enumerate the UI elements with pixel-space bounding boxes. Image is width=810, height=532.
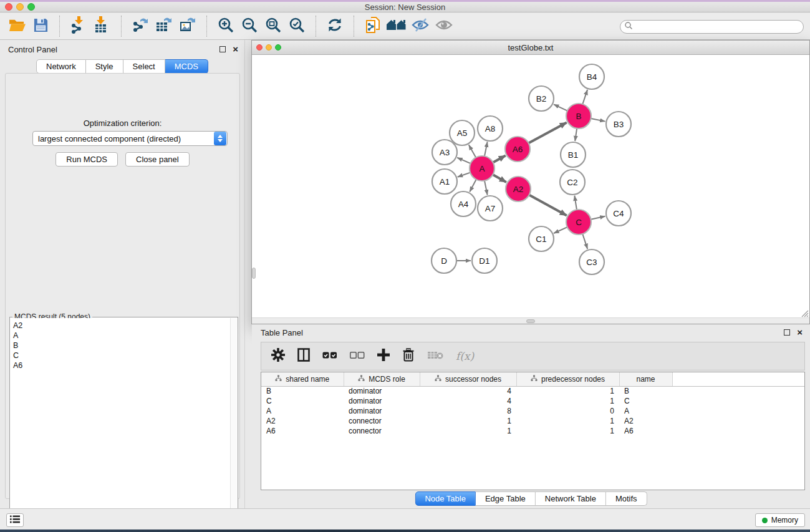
- table-row[interactable]: Bdominator41B: [261, 386, 804, 396]
- cell-mcds-role[interactable]: dominator: [344, 386, 420, 396]
- show-all-button[interactable]: [432, 16, 456, 37]
- cell-successor-nodes[interactable]: 4: [420, 386, 516, 396]
- cell-mcds-role[interactable]: dominator: [344, 396, 420, 406]
- column-header-MCDS-role[interactable]: MCDS role: [344, 372, 420, 386]
- graph-edge-B-B1[interactable]: [575, 128, 577, 141]
- zoom-in-button[interactable]: [214, 16, 238, 37]
- close-panel-button[interactable]: Close panel: [125, 152, 190, 167]
- graph-edge-B-B4[interactable]: [582, 90, 587, 104]
- graph-edge-A-A6[interactable]: [493, 156, 506, 163]
- tab-style[interactable]: Style: [86, 59, 123, 74]
- cell-shared-name[interactable]: B: [261, 386, 344, 396]
- table-row[interactable]: A6connector11A6: [261, 426, 804, 436]
- graph-node-A2[interactable]: A2: [506, 177, 531, 201]
- column-header-successor-nodes[interactable]: successor nodes: [420, 372, 516, 386]
- graph-edge-A-A7[interactable]: [485, 181, 488, 195]
- graph-edge-A-A1[interactable]: [458, 173, 470, 177]
- graph-edge-A-A3[interactable]: [457, 158, 470, 163]
- mcds-result-item[interactable]: B: [13, 341, 237, 351]
- graph-node-A5[interactable]: A5: [450, 120, 475, 145]
- graph-node-A[interactable]: A: [470, 156, 494, 181]
- graph-node-C2[interactable]: C2: [560, 170, 585, 195]
- function-builder-button[interactable]: f(x): [456, 350, 474, 362]
- cell-name[interactable]: A6: [619, 426, 672, 436]
- float-panel-icon[interactable]: [219, 46, 226, 52]
- graph-node-A6[interactable]: A6: [505, 137, 530, 162]
- mcds-result-item[interactable]: A6: [13, 360, 237, 370]
- table-tab-edge-table[interactable]: Edge Table: [476, 491, 536, 506]
- table-tab-motifs[interactable]: Motifs: [606, 491, 647, 506]
- network-canvas[interactable]: B4B2BB3A5A8A6A3B1AA1C2A2A4A7C4CC1C3DD1: [252, 55, 809, 318]
- column-header-predecessor-nodes[interactable]: predecessor nodes: [516, 372, 619, 386]
- export-image-button[interactable]: [176, 16, 200, 37]
- select-all-button[interactable]: [322, 351, 337, 362]
- graph-node-D[interactable]: D: [432, 248, 456, 273]
- graph-node-A7[interactable]: A7: [478, 196, 503, 221]
- close-table-panel-icon[interactable]: ×: [797, 327, 803, 338]
- cell-successor-nodes[interactable]: 1: [420, 426, 516, 436]
- table-options-button[interactable]: [271, 348, 285, 364]
- cell-predecessor-nodes[interactable]: 0: [516, 406, 619, 416]
- network-horizontal-thumb[interactable]: [526, 319, 535, 323]
- graph-node-B2[interactable]: B2: [529, 86, 554, 111]
- mcds-result-item[interactable]: A: [13, 331, 237, 341]
- open-session-button[interactable]: [5, 16, 29, 37]
- memory-button[interactable]: Memory: [755, 513, 805, 527]
- table-tab-node-table[interactable]: Node Table: [415, 491, 476, 506]
- graph-edge-A-A8[interactable]: [485, 142, 488, 157]
- cell-predecessor-nodes[interactable]: 1: [516, 386, 619, 396]
- cell-predecessor-nodes[interactable]: 1: [516, 426, 619, 436]
- graph-node-B[interactable]: B: [566, 104, 591, 128]
- mcds-result-item[interactable]: C: [13, 351, 237, 360]
- tab-mcds[interactable]: MCDS: [165, 59, 208, 74]
- graph-node-B1[interactable]: B1: [561, 142, 586, 167]
- cell-name[interactable]: A2: [619, 416, 672, 426]
- cell-shared-name[interactable]: A2: [261, 416, 344, 426]
- search-input[interactable]: [633, 21, 803, 32]
- save-session-button[interactable]: [29, 16, 52, 37]
- graph-edge-C-C1[interactable]: [554, 227, 567, 233]
- task-history-button[interactable]: [6, 513, 24, 527]
- cell-name[interactable]: A: [619, 406, 672, 416]
- cell-successor-nodes[interactable]: 1: [420, 416, 516, 426]
- column-header-shared-name[interactable]: shared name: [261, 372, 344, 386]
- graph-edge-B-B2[interactable]: [554, 104, 567, 110]
- graph-edge-A2-C[interactable]: [529, 195, 567, 216]
- cell-successor-nodes[interactable]: 8: [420, 406, 516, 416]
- table-tab-network-table[interactable]: Network Table: [536, 491, 606, 506]
- cell-mcds-role[interactable]: connector: [344, 426, 420, 436]
- close-panel-icon[interactable]: ×: [233, 44, 238, 55]
- add-row-button[interactable]: [377, 349, 390, 364]
- zoom-selected-button[interactable]: [285, 16, 309, 37]
- graph-edge-A6-B[interactable]: [529, 122, 567, 143]
- column-header-name[interactable]: name: [619, 372, 672, 386]
- cell-shared-name[interactable]: C: [261, 396, 344, 406]
- search-field[interactable]: [620, 20, 804, 34]
- graph-edge-C-C4[interactable]: [591, 216, 605, 220]
- graph-node-C[interactable]: C: [566, 210, 591, 235]
- import-network-button[interactable]: [67, 16, 90, 37]
- cell-predecessor-nodes[interactable]: 1: [516, 396, 619, 406]
- graph-edge-A-A4[interactable]: [470, 180, 476, 192]
- cell-name[interactable]: B: [619, 386, 672, 396]
- graph-edge-A-A5[interactable]: [469, 145, 476, 157]
- cell-predecessor-nodes[interactable]: 1: [516, 416, 619, 426]
- float-table-panel-icon[interactable]: [784, 329, 790, 336]
- copy-style-button[interactable]: [361, 16, 385, 37]
- export-network-button[interactable]: [128, 16, 152, 37]
- cell-mcds-role[interactable]: connector: [344, 416, 420, 426]
- cell-mcds-role[interactable]: dominator: [344, 406, 420, 416]
- criterion-select[interactable]: largest connected component (directed): [32, 131, 228, 146]
- graph-edge-B-B3[interactable]: [591, 118, 605, 122]
- table-row[interactable]: A2connector11A2: [261, 416, 804, 426]
- graph-node-B3[interactable]: B3: [606, 112, 631, 137]
- graph-node-B4[interactable]: B4: [579, 64, 604, 89]
- delete-row-button[interactable]: [402, 348, 415, 364]
- graph-node-C1[interactable]: C1: [529, 226, 554, 251]
- cell-shared-name[interactable]: A: [261, 406, 344, 416]
- result-scrollbar[interactable]: [230, 318, 237, 531]
- graph-node-D1[interactable]: D1: [472, 248, 497, 273]
- graph-edge-C-C2[interactable]: [574, 196, 577, 210]
- cell-name[interactable]: C: [619, 396, 672, 406]
- hide-selected-button[interactable]: [408, 16, 432, 37]
